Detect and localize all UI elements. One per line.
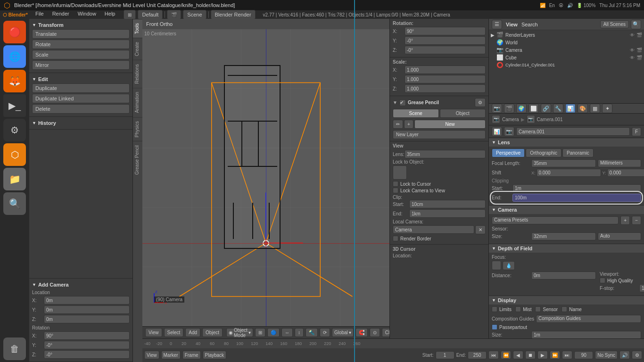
prop-object-icon[interactable]: ⬜	[528, 104, 539, 113]
r-scale-y[interactable]	[405, 75, 486, 83]
fstop-input[interactable]	[639, 284, 644, 292]
lens-input[interactable]	[405, 150, 486, 158]
loc-y-input[interactable]	[44, 305, 130, 314]
sensor-cb[interactable]	[535, 306, 541, 312]
r-scale-x[interactable]	[405, 66, 486, 74]
breadcrumb-camera001-icon[interactable]: 📷	[527, 115, 535, 123]
prop-particles-icon[interactable]: ✦	[602, 104, 612, 113]
search-icon2[interactable]: 🔍	[3, 192, 26, 215]
render-border-cb[interactable]	[393, 236, 398, 241]
history-header[interactable]: History	[32, 119, 130, 127]
snap-magnet[interactable]: 🧲	[355, 328, 368, 337]
focus-dropper[interactable]: 💧	[503, 261, 515, 270]
scene-icon[interactable]: 🎬	[167, 10, 181, 19]
camera-name-input[interactable]	[516, 127, 630, 136]
create-tab[interactable]: Create	[133, 38, 142, 60]
lens-header[interactable]: Lens	[489, 138, 644, 147]
high-quality-cb[interactable]	[600, 278, 605, 283]
lock-object-picker[interactable]	[393, 165, 407, 180]
settings-icon[interactable]: ⚙	[3, 119, 26, 141]
outliner-search-label[interactable]: Search	[521, 22, 538, 27]
prop-modifiers-icon[interactable]: 🔧	[553, 104, 563, 113]
tl-settings[interactable]: ⚙	[632, 351, 642, 359]
all-scenes-dropdown[interactable]: All Scenes	[600, 20, 629, 28]
shift-y-input[interactable]	[607, 169, 644, 177]
viewport-shading-btn[interactable]: Closest	[382, 328, 389, 337]
global-dropdown[interactable]: Global ▾	[332, 328, 354, 337]
tree-camera[interactable]: 📷 Camera 👁 🎬	[489, 46, 644, 54]
scene-dropdown[interactable]: Scene	[183, 10, 206, 19]
viewport-icon-4[interactable]: ↕	[295, 328, 304, 337]
relations-tab[interactable]: Relations	[133, 60, 142, 88]
rot-x-input[interactable]	[44, 331, 130, 340]
ubuntu-icon[interactable]: 🔴	[3, 21, 26, 43]
tl-frame-btn[interactable]: Frame	[182, 351, 201, 359]
tl-skip-end[interactable]: ⏭	[562, 351, 572, 359]
scale-button[interactable]: Scale	[32, 50, 130, 59]
3d-cursor[interactable]	[261, 239, 271, 248]
focus-picker[interactable]	[492, 261, 501, 270]
camera-f-btn[interactable]: F	[632, 127, 641, 136]
prop-world-icon[interactable]: 🌍	[516, 104, 527, 113]
loc-z-input[interactable]	[44, 315, 130, 323]
viewport-icon-1[interactable]: ⊞	[255, 328, 265, 337]
clipping-start-input[interactable]	[512, 184, 641, 192]
tl-play[interactable]: ▶	[537, 351, 548, 359]
layout-icon[interactable]: ⊞	[124, 10, 136, 19]
viewport-canvas[interactable]: 10 Centimeters	[142, 29, 389, 326]
firefox-icon[interactable]: 🦊	[3, 70, 26, 92]
grease-pencil-toggle[interactable]: ✔	[399, 99, 406, 106]
rotate-button[interactable]: Rotate	[32, 40, 130, 49]
proportional-edit[interactable]: ⊙	[370, 328, 380, 337]
engine-dropdown[interactable]: Blender Render	[211, 10, 256, 19]
prop-scene-icon[interactable]: 🎬	[504, 104, 514, 113]
delete-button[interactable]: Delete	[32, 104, 130, 114]
r-rot-x[interactable]	[405, 27, 486, 35]
viewport-icon-5[interactable]: 🔦	[305, 328, 318, 337]
select-menu-btn[interactable]: Select	[164, 328, 184, 337]
tl-skip-start[interactable]: ⏮	[488, 351, 499, 359]
display-header[interactable]: Display	[489, 296, 644, 304]
prop-render-icon[interactable]: 📷	[492, 104, 502, 113]
prop-material-icon[interactable]: 🎨	[578, 104, 588, 113]
r-scale-z[interactable]	[405, 84, 486, 93]
local-camera-clear[interactable]: ✕	[475, 225, 486, 234]
prop-texture-icon[interactable]: ▦	[590, 104, 600, 113]
tl-view-btn[interactable]: View	[144, 351, 159, 359]
rot-z-input[interactable]	[44, 350, 130, 359]
menu-help[interactable]: Help	[101, 10, 119, 19]
prop-data-icon[interactable]: 📊	[565, 104, 576, 113]
animation-tab[interactable]: Animation	[133, 88, 142, 116]
blender-icon[interactable]: ⬡	[3, 143, 26, 166]
viewport-icon-3[interactable]: ↔	[281, 328, 293, 337]
menu-window[interactable]: Window	[74, 10, 100, 19]
tree-render-layers[interactable]: ▶ 🎬 RenderLayers 👁 🎬	[489, 31, 644, 39]
camera-preset-add[interactable]: +	[620, 216, 630, 225]
trash-icon[interactable]: 🗑	[3, 337, 26, 360]
outliner-search-btn[interactable]: 🔍	[631, 20, 641, 29]
camera-preset-remove[interactable]: −	[632, 216, 641, 225]
viewport-icon-2[interactable]: 🔵	[267, 328, 280, 337]
new-btn[interactable]: New	[414, 120, 486, 129]
tl-reverse-play[interactable]: ◀	[513, 351, 523, 359]
object-tab[interactable]: Object	[440, 109, 486, 118]
name-cb[interactable]	[561, 306, 567, 312]
mm-dropdown[interactable]: Millimeters	[598, 159, 641, 167]
menu-file[interactable]: File	[32, 10, 48, 19]
duplicate-button[interactable]: Duplicate	[32, 83, 130, 93]
limits-cb[interactable]	[492, 306, 497, 312]
rot-y-input[interactable]	[44, 341, 130, 349]
layout-dropdown[interactable]: Default	[138, 10, 163, 19]
terminal-icon[interactable]: ▶_	[3, 94, 26, 117]
tree-cylinder[interactable]: ⭕ Cylinder.014_Cylinder.001	[489, 61, 644, 69]
clipping-end-input[interactable]	[512, 194, 641, 202]
tl-current-frame[interactable]	[574, 351, 593, 359]
camera-presets-dropdown[interactable]: Camera Presets	[492, 216, 619, 224]
mist-cb[interactable]	[515, 306, 521, 312]
add-menu-btn[interactable]: Add	[185, 328, 200, 337]
focal-length-input[interactable]	[531, 159, 596, 167]
orthographic-tab[interactable]: Orthographic	[526, 148, 561, 157]
mode-dropdown[interactable]: ◉ Object Mode ▾	[226, 328, 253, 337]
grease-pencil-tab[interactable]: Grease Pencil	[133, 141, 142, 179]
object-menu-btn[interactable]: Object	[202, 328, 223, 337]
